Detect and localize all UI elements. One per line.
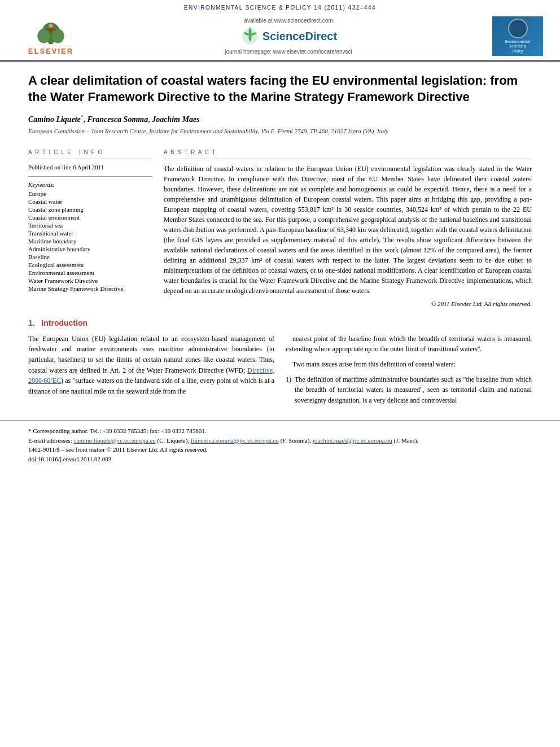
intro-body: The European Union (EU) legislation rela… [28, 334, 532, 409]
intro-heading: 1. Introduction [28, 318, 88, 327]
keyword-baseline: Baseline [28, 254, 152, 260]
keyword-coastal-env: Coastal environment [28, 214, 152, 221]
sciencedirect-text: ScienceDirect [262, 30, 337, 43]
keyword-msfd: Marine Strategy Framework Directive [28, 285, 152, 292]
author-camino: Camino Liquete [28, 115, 81, 124]
authors-line: Camino Liquete*, Francesca Somma, Joachi… [28, 114, 532, 124]
divider-1 [28, 159, 152, 159]
abstract-text: The definition of coastal waters in rela… [164, 164, 532, 296]
intro-para2: nearest point of the baseline from which… [286, 334, 532, 355]
email-francesca[interactable]: francesca.somma@jrc.ec.europa.eu [191, 437, 279, 444]
keyword-territorial-sea: Territorial sea [28, 222, 152, 229]
article-info-label: A R T I C L E I N F O [28, 149, 152, 155]
journal-homepage: journal homepage: www.elsevier.com/locat… [85, 49, 492, 55]
keyword-coastal-zone: Coastal zone planning [28, 206, 152, 213]
abstract-label: A B S T R A C T [164, 149, 532, 155]
keyword-wfd: Water Framework Directive [28, 277, 152, 284]
divider-2 [28, 176, 152, 177]
intro-para1: The European Union (EU) legislation rela… [28, 334, 274, 397]
svg-point-3 [52, 29, 64, 43]
svg-rect-5 [49, 28, 52, 33]
author-francesca: Francesca Somma [87, 115, 148, 124]
keyword-environmental: Environmental assessment [28, 269, 152, 276]
keyword-europe: Europe [28, 190, 152, 197]
footnote-doi: doi:10.1016/j.envsci.2011.02.003 [28, 455, 532, 464]
svg-rect-7 [52, 29, 56, 30]
affiliation: European Commission – Joint Research Cen… [28, 128, 532, 134]
keyword-ecological: Ecological assessment [28, 261, 152, 268]
item-text-1: The definition of maritime administrativ… [295, 374, 532, 406]
footnote-issn: 1462-9011/$ – see front matter © 2011 El… [28, 445, 532, 455]
item-number-1: 1) [286, 374, 291, 406]
article-info-col: A R T I C L E I N F O Published on line … [28, 149, 152, 307]
numbered-item-1: 1) The definition of maritime administra… [286, 374, 532, 406]
email-joachim[interactable]: joachim.maes@jrc.ec.europa.eu [313, 437, 392, 444]
keyword-coastal-water: Coastal water [28, 198, 152, 205]
svg-point-4 [49, 23, 53, 27]
journal-title-bar: Environmental Science & Policy 14 (2011)… [11, 5, 549, 11]
email-camino[interactable]: camino.liquete@jrc.ec.europa.eu [74, 437, 156, 444]
keyword-admin-boundary: Administrative boundary [28, 246, 152, 252]
keywords-title: Keywords: [28, 181, 152, 188]
svg-rect-6 [46, 29, 50, 30]
intro-para3: Two main issues arise from this definiti… [286, 359, 532, 370]
elsevier-brand-text: ELSEVIER [28, 47, 73, 55]
intro-col2: nearest point of the baseline from which… [286, 334, 532, 409]
keyword-maritime-boundary: Maritime boundary [28, 238, 152, 244]
svg-point-2 [37, 29, 50, 43]
keyword-transitional-water: Transitional water [28, 230, 152, 237]
section-number-heading: 1. Introduction [28, 318, 532, 328]
corresponding-star: * [81, 114, 84, 120]
sciencedirect-logo: ScienceDirect [85, 26, 492, 46]
abstract-col: A B S T R A C T The definition of coasta… [164, 149, 532, 307]
wfd-link[interactable]: Directive, 2000/60/EC [28, 366, 274, 385]
divider-3 [164, 159, 532, 159]
article-title-section: A clear delimitation of coastal waters f… [0, 62, 560, 149]
available-text: available at www.sciencedirect.com [85, 18, 492, 24]
footnote-section: * Corresponding author. Tel.: +39 0332 7… [0, 420, 560, 475]
intro-col1: The European Union (EU) legislation rela… [28, 334, 274, 409]
published-date: Published on line 6 April 2011 [28, 164, 152, 171]
footnote-corresponding: * Corresponding author. Tel.: +39 0332 7… [28, 426, 532, 436]
footnote-emails: E-mail addresses: camino.liquete@jrc.ec.… [28, 436, 532, 445]
author-joachim: Joachim Maes [152, 115, 199, 124]
env-sci-policy-logo: EnvironmentalScience &Policy [492, 16, 543, 56]
info-abstract-section: A R T I C L E I N F O Published on line … [0, 149, 560, 307]
keywords-list: Europe Coastal water Coastal zone planni… [28, 190, 152, 292]
introduction-section: 1. Introduction The European Union (EU) … [0, 307, 560, 421]
elsevier-logo: ELSEVIER [17, 16, 85, 56]
copyright: © 2011 Elsevier Ltd. All rights reserved… [164, 300, 532, 307]
header-center: available at www.sciencedirect.com Scien… [85, 18, 492, 55]
article-title: A clear delimitation of coastal waters f… [28, 73, 532, 105]
page-header: Environmental Science & Policy 14 (2011)… [0, 0, 560, 62]
